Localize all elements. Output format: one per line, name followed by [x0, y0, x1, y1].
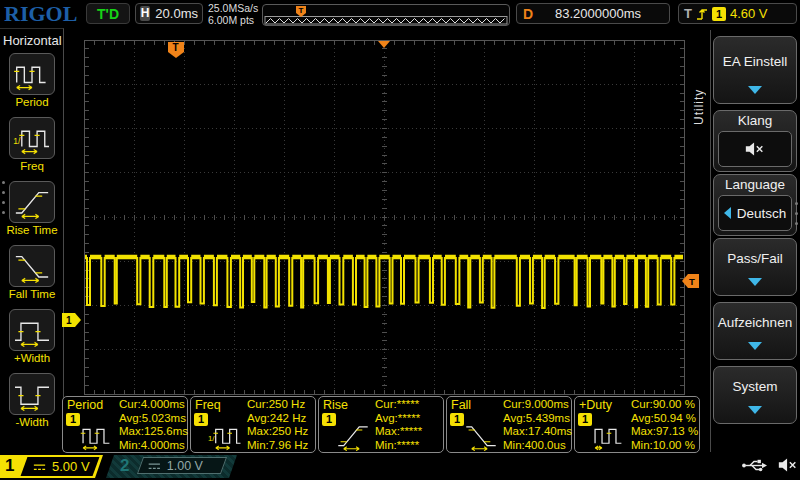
chevron-down-icon [748, 406, 762, 414]
period-icon [13, 57, 51, 91]
menu-button-aufzeichnen[interactable]: Aufzeichnen [713, 302, 797, 360]
measure-value: Cur:9.000ms [503, 398, 570, 410]
sidebar-item-label: Period [15, 96, 48, 108]
sidebar-button-rise-time[interactable] [9, 181, 55, 223]
menu-tab-utility: Utility [692, 55, 706, 125]
svg-text:T: T [299, 6, 304, 15]
left-measure-menu: Horizontal Period 1/ Freq Rise Time Fall… [0, 28, 64, 452]
sidebar-item-label: -Width [15, 416, 48, 428]
measure-value: Avg:***** [375, 412, 442, 424]
sidebar-item-neg-width[interactable]: -Width [0, 373, 64, 437]
trigger-level-value: 4.60 V [730, 6, 768, 21]
menu-button-system[interactable]: System [713, 366, 797, 424]
rising-edge-icon [696, 6, 708, 22]
measure-value: Max:97.13 % [631, 425, 698, 437]
sidebar-item-label: +Width [14, 352, 50, 364]
svg-text:T: T [173, 42, 179, 53]
status-icon-area [741, 457, 799, 473]
sidebar-button-period[interactable] [9, 53, 55, 95]
sidebar-button-fall-time[interactable] [9, 245, 55, 287]
measure-title: +Duty [579, 398, 612, 412]
rigol-logo: RIGOL [4, 1, 77, 27]
menu-button-klang[interactable]: Klang [713, 110, 797, 172]
measure-value: Min:4.000ms [119, 439, 186, 451]
measure-value: Min:***** [375, 439, 442, 451]
scope-display[interactable]: T T 1 [60, 28, 700, 398]
menu-inner-button[interactable] [718, 131, 792, 167]
measure-value: Min:7.96 Hz [247, 439, 314, 451]
measure-title: Period [67, 398, 103, 412]
menu-button-language[interactable]: Language Deutsch [713, 174, 797, 236]
rise-time-icon [334, 420, 372, 451]
channel1-number: 1 [5, 456, 14, 476]
measure-value: Max:17.40ms [503, 425, 570, 437]
trigger-badge[interactable]: T 1 4.60 V [678, 3, 797, 24]
menu-inner-button[interactable]: Deutsch [718, 195, 792, 231]
sidebar-button-neg-width[interactable] [9, 373, 55, 415]
sidebar-button-freq[interactable]: 1/ [9, 117, 55, 159]
menu-button-label: System [732, 379, 777, 394]
sidebar-item-label: Freq [20, 160, 44, 172]
measure-value: Avg:5.023ms [119, 412, 186, 424]
channel2-number: 2 [120, 456, 129, 476]
menu-button-pass-fail[interactable]: Pass/Fail [713, 238, 797, 296]
svg-text:1/: 1/ [13, 136, 21, 146]
trigger-status-badge: T'D [86, 3, 130, 24]
delay-badge[interactable]: D 83.2000000ms [516, 3, 670, 24]
top-bar: RIGOL T'D H 20.0ms 25.0MSa/s 6.00M pts T… [0, 0, 800, 28]
svg-text:1/: 1/ [208, 434, 215, 443]
sample-rate: 25.0MSa/s [208, 2, 258, 14]
trigger-center-marker [378, 41, 390, 48]
chevron-left-icon [724, 207, 731, 219]
sidebar-item-period[interactable]: Period [0, 53, 64, 117]
svg-text:T: T [689, 276, 695, 287]
channel1-badge[interactable]: 1 5.00 V [0, 455, 103, 478]
trigger-channel-badge: 1 [712, 7, 726, 21]
right-menu-divider [710, 30, 711, 452]
trigger-level-marker: T [682, 274, 699, 288]
chevron-down-icon [748, 278, 762, 286]
memory-depth: 6.00M pts [208, 14, 258, 26]
sidebar-item-label: Rise Time [6, 224, 57, 236]
sidebar-item-rise-time[interactable]: Rise Time [0, 181, 64, 245]
waveform-preview[interactable]: T [262, 4, 510, 26]
sidebar-item-fall-time[interactable]: Fall Time [0, 245, 64, 309]
trigger-position-flag: T [168, 42, 184, 58]
dc-coupling-icon [32, 462, 47, 472]
memory-waveform-icon: T [263, 5, 509, 25]
chevron-down-icon [748, 342, 762, 350]
menu-button-ea-einstell[interactable]: EA Einstell [713, 36, 797, 104]
measure-value: Cur:4.000ms [119, 398, 186, 410]
left-menu-title: Horizontal [3, 33, 62, 48]
pos-width-icon [13, 313, 51, 347]
measure-value: Cur:***** [375, 398, 442, 410]
acquisition-info: 25.0MSa/s 6.00M pts [208, 2, 258, 26]
measure-panel-freq[interactable]: Freq 1 1/ Cur:250 HzAvg:242 HzMax:250 Hz… [190, 396, 316, 453]
dc-coupling-icon [147, 461, 162, 471]
menu-button-label: Pass/Fail [727, 251, 783, 266]
sidebar-item-pos-width[interactable]: +Width [0, 309, 64, 373]
rise-time-icon [13, 185, 51, 219]
measure-value: Avg:50.94 % [631, 412, 698, 424]
measure-value: Min:400.0us [503, 439, 570, 451]
sidebar-button-pos-width[interactable] [9, 309, 55, 351]
measure-panel-duty[interactable]: +Duty 1 Cur:90.00 %Avg:50.94 %Max:97.13 … [574, 396, 700, 453]
menu-button-label: Language [714, 177, 796, 192]
neg-width-icon [13, 377, 51, 411]
measure-panel-period[interactable]: Period 1 Cur:4.000msAvg:5.023msMax:125.6… [62, 396, 188, 453]
sidebar-item-label: Fall Time [9, 288, 56, 300]
measure-panel-fall-time[interactable]: Fall 1 Cur:9.000msAvg:5.439msMax:17.40ms… [446, 396, 572, 453]
usb-icon [741, 458, 768, 473]
measure-title: Rise [323, 398, 348, 412]
measure-value: Avg:242 Hz [247, 412, 314, 424]
channel2-badge[interactable]: 2 1.00 V [106, 455, 237, 478]
fall-time-icon [13, 249, 51, 283]
menu-button-label: Klang [714, 113, 796, 128]
horizontal-scale-badge[interactable]: H 20.0ms [135, 3, 203, 24]
sidebar-item-freq[interactable]: 1/ Freq [0, 117, 64, 181]
channel1-scale: 5.00 V [52, 459, 90, 474]
measure-panel-rise-time[interactable]: Rise 1 Cur:*****Avg:*****Max:*****Min:**… [318, 396, 444, 453]
measure-value: Min:10.00 % [631, 439, 698, 451]
measure-title: Freq [195, 398, 221, 412]
measure-value: Max:***** [375, 425, 442, 437]
